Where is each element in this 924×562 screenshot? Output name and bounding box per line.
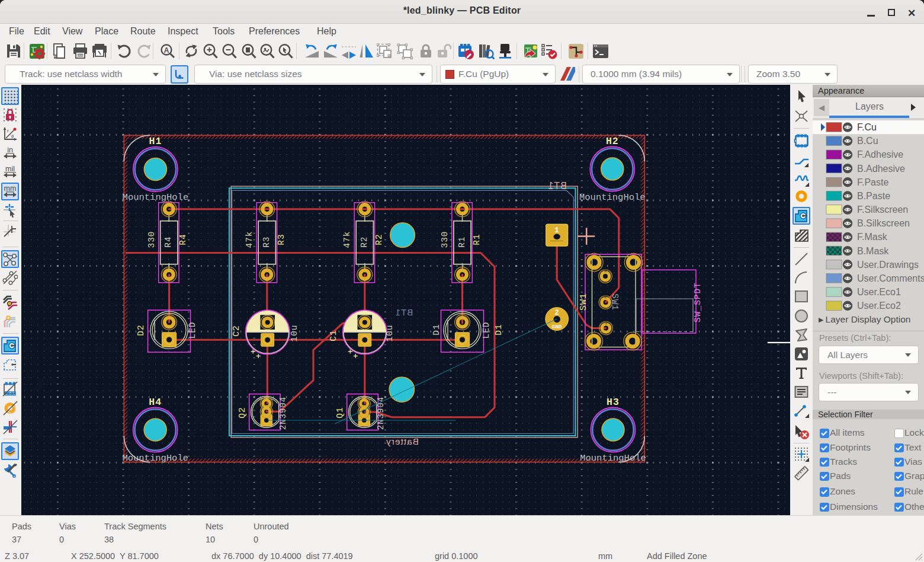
svg-text:B.Adhesive: B.Adhesive (857, 164, 905, 174)
svg-text:BT1: BT1 (395, 307, 413, 317)
svg-text:Q1: Q1 (335, 407, 345, 418)
svg-text:1: 1 (554, 226, 559, 235)
svg-text:C1: C1 (329, 330, 338, 341)
svg-text:User.Drawings: User.Drawings (857, 260, 919, 270)
svg-text:B.Cu: B.Cu (857, 136, 878, 146)
svg-text:D1: D1 (432, 324, 441, 335)
svg-text:1: 1 (605, 320, 608, 325)
svg-text:A: A (164, 46, 169, 55)
svg-text:Battery: Battery (386, 436, 419, 446)
svg-text:F.Cu: F.Cu (857, 122, 877, 132)
svg-text:10u: 10u (385, 324, 394, 341)
svg-text:10u: 10u (290, 324, 299, 341)
svg-text:47k: 47k (245, 231, 254, 248)
svg-text:R2: R2 (360, 237, 369, 248)
svg-text:SW1: SW1 (610, 293, 620, 311)
svg-text:in: in (7, 146, 13, 154)
svg-text:330: 330 (440, 231, 450, 248)
svg-text:F.Silkscreen: F.Silkscreen (857, 205, 908, 215)
svg-text:θ: θ (11, 134, 14, 139)
svg-text:2N3904: 2N3904 (376, 397, 386, 430)
svg-text:GND: GND (551, 324, 562, 330)
svg-text:User.Eco1: User.Eco1 (857, 287, 901, 297)
svg-text:D2: D2 (136, 324, 146, 336)
svg-text:LED: LED (188, 321, 197, 339)
svg-text:F.Adhesive: F.Adhesive (857, 149, 903, 159)
svg-text:BT1: BT1 (547, 181, 566, 191)
svg-text:SW1: SW1 (579, 293, 589, 311)
svg-text:H1: H1 (149, 136, 162, 147)
svg-text:R4: R4 (163, 237, 173, 248)
svg-text:H2: H2 (606, 136, 619, 147)
svg-text:330: 330 (147, 231, 156, 248)
svg-text:C2: C2 (232, 325, 241, 336)
svg-text:User.Eco2: User.Eco2 (857, 301, 901, 311)
svg-text:Q2: Q2 (238, 407, 247, 418)
svg-text:H3: H3 (607, 397, 620, 408)
svg-text:SW_SPDT: SW_SPDT (693, 282, 702, 322)
svg-text:R3: R3 (277, 234, 286, 245)
svg-text:D1: D1 (494, 324, 503, 335)
svg-text:3: 3 (604, 268, 607, 273)
svg-text:R2: R2 (374, 234, 384, 245)
svg-text:R3: R3 (262, 237, 271, 248)
svg-text:F.Paste: F.Paste (857, 177, 888, 187)
svg-text:H4: H4 (149, 397, 162, 408)
svg-text:F.Mask: F.Mask (857, 232, 888, 242)
svg-text:MountingHole: MountingHole (122, 453, 188, 464)
svg-text:B.Mask: B.Mask (857, 246, 889, 256)
svg-text:R4: R4 (178, 234, 188, 245)
svg-text:2: 2 (604, 294, 607, 299)
svg-text:MountingHole: MountingHole (579, 192, 646, 203)
svg-text:2: 2 (554, 309, 559, 317)
svg-text:LED: LED (482, 321, 491, 339)
svg-text:MountingHole: MountingHole (580, 453, 646, 464)
svg-text:R1: R1 (457, 237, 467, 248)
svg-text:MountingHole: MountingHole (123, 192, 189, 203)
svg-text:mm: mm (4, 184, 17, 193)
svg-text:R1: R1 (472, 234, 482, 245)
svg-text:B.Silkscreen: B.Silkscreen (857, 218, 910, 228)
svg-text:B.Paste: B.Paste (857, 191, 890, 201)
svg-text:User.Comments: User.Comments (857, 273, 924, 283)
svg-text:r: r (7, 128, 9, 133)
svg-text:47k: 47k (342, 231, 352, 248)
svg-text:mil: mil (5, 165, 15, 173)
svg-text:2N3904: 2N3904 (278, 397, 288, 430)
